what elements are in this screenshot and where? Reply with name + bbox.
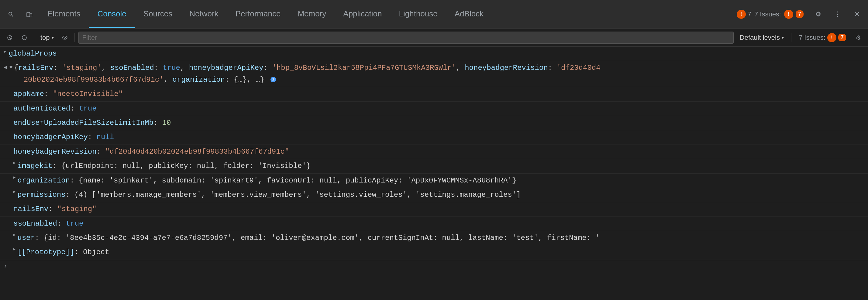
levels-label: Default levels [740,34,780,42]
console-input-line: › [0,260,868,272]
separator-1 [34,33,34,42]
permissions-val: (4) ['members.manage_members', 'members.… [74,191,521,199]
filter-input[interactable] [79,32,734,44]
railsenv-key: railsEnv [13,205,48,213]
console-issues-warn-icon: ! [827,33,836,42]
user-key: user [17,234,35,242]
tab-application[interactable]: Application [335,0,390,28]
issues-badge-num: 7 [796,10,804,18]
prototype-expand-icon[interactable] [13,246,16,252]
global-props-content: globalProps [8,48,864,60]
appname-val: "neetoInvisible" [53,90,123,98]
authenticated-content: authenticated: true [13,103,864,114]
appname-key: appName [13,90,44,98]
hbrev-line: honeybadgerRevision: "df20d40d420b02024e… [0,145,868,159]
railsenv-content: railsEnv: "staging" [13,203,864,215]
tab-lighthouse[interactable]: Lighthouse [391,0,446,28]
imagekit-expand-icon[interactable] [13,160,16,166]
hbkey-content: honeybadgerApiKey: null [13,131,864,143]
tab-list: Elements Console Sources Network Perform… [39,0,732,28]
prototype-line: [[Prototype]]: Object [0,245,868,260]
tab-elements[interactable]: Elements [39,0,89,28]
console-toolbar: top ▾ Default levels ▾ 7 Issues: ! 7 ⚙ [0,29,868,47]
ssoenabled-val: true [66,220,84,228]
imagekit-key: imagekit [17,162,52,170]
permissions-key: permissions [17,191,65,199]
global-props-arrow[interactable]: ▶ [4,48,6,55]
svg-point-9 [64,37,65,38]
ssoenabled-content: ssoEnabled: true [13,218,864,230]
hbrev-content: honeybadgerRevision: "df20d40d420b02024e… [13,146,864,158]
eye-icon-btn[interactable] [59,32,71,44]
more-btn[interactable]: ⋮ [829,6,846,23]
context-selector-btn[interactable]: top ▾ [38,32,56,43]
authenticated-key: authenticated [13,104,70,113]
issues-badge[interactable]: ! 7 7 Issues: ! 7 [733,8,807,20]
org-line: organization: {name: 'spinkart', subdoma… [0,174,868,188]
devtools-toolbar: Elements Console Sources Network Perform… [0,0,868,29]
console-content: ▶ globalProps ◀ ▼ {railsEnv: 'staging', … [0,47,868,300]
console-issues-count: 7 [838,34,846,41]
tab-adblock[interactable]: AdBlock [446,0,492,28]
hbrev-val: "df20d40d420b02024eb98f99833b4b667f67d91… [105,147,289,156]
svg-point-5 [22,36,26,40]
tab-memory[interactable]: Memory [289,0,335,28]
user-line: user: {id: '8ee4b35c-4e2c-4394-a7e7-e6a7… [0,231,868,245]
ssoenabled-key: ssoEnabled [13,220,57,228]
enduser-val: 10 [162,119,171,127]
svg-rect-0 [27,12,30,17]
user-expand-icon[interactable] [13,232,16,238]
enduser-key: endUserUploadedFileSizeLimitInMb [13,119,153,127]
toolbar-right: ! 7 7 Issues: ! 7 ⚙ ⋮ ✕ [733,6,866,23]
authenticated-val: true [79,104,97,113]
back-arrow-icon: ◀ [4,63,7,72]
org-val: {name: 'spinkart', subdomain: 'spinkart9… [79,176,516,185]
tab-sources[interactable]: Sources [135,0,181,28]
device-toolbar-btn[interactable] [21,6,38,23]
close-btn[interactable]: ✕ [848,6,866,23]
filter-toggle-btn[interactable] [18,32,30,44]
user-val: {id: '8ee4b35c-4e2c-4394-a7e7-e6a7d8259d… [44,234,600,242]
main-object-content: {railsEnv: 'staging', ssoEnabled: true, … [14,62,864,86]
separator-3 [791,33,792,42]
hbkey-key: honeybadgerApiKey [13,133,88,141]
tab-network[interactable]: Network [181,0,227,28]
default-levels-btn[interactable]: Default levels ▾ [736,32,787,43]
hbkey-val: null [97,133,114,141]
clear-console-btn[interactable] [4,32,16,44]
prototype-content: [[Prototype]]: Object [17,246,864,258]
issues-count: 7 [748,10,751,18]
imagekit-val: {urlEndpoint: null, publicKey: null, fol… [61,162,311,170]
issues-warn-icon: ! [737,10,746,19]
tab-performance[interactable]: Performance [227,0,289,28]
console-settings-btn[interactable]: ⚙ [852,32,864,44]
context-label: top [40,34,50,42]
settings-btn[interactable]: ⚙ [810,6,827,23]
authenticated-line: authenticated: true [0,102,868,116]
permissions-content: permissions: (4) ['members.manage_member… [17,189,864,201]
prompt-icon: › [4,263,7,270]
enduser-content: endUserUploadedFileSizeLimitInMb: 10 [13,117,864,129]
user-content: user: {id: '8ee4b35c-4e2c-4394-a7e7-e6a7… [17,232,864,244]
appname-line: appName: "neetoInvisible" [0,87,868,101]
permissions-line: permissions: (4) ['members.manage_member… [0,188,868,202]
global-props-line: ▶ globalProps [0,47,868,61]
inspect-icon-btn[interactable] [2,6,20,23]
enduser-line: endUserUploadedFileSizeLimitInMb: 10 [0,116,868,130]
permissions-expand-icon[interactable] [13,189,16,195]
org-expand-icon[interactable] [13,175,16,180]
info-icon[interactable]: i [271,77,276,82]
main-object-line: ◀ ▼ {railsEnv: 'staging', ssoEnabled: tr… [0,61,868,87]
railsenv-val: "staging" [57,205,97,213]
separator-2 [74,33,75,42]
tab-console[interactable]: Console [89,0,135,28]
expand-icon[interactable]: ▼ [9,63,13,72]
appname-content: appName: "neetoInvisible" [13,88,864,100]
global-props-label: globalProps [8,49,57,58]
ssoenabled-line: ssoEnabled: true [0,217,868,231]
imagekit-line: imagekit: {urlEndpoint: null, publicKey:… [0,159,868,173]
prototype-val: Object [83,248,109,256]
console-issues-badge[interactable]: 7 Issues: ! 7 [795,32,850,43]
chevron-down-icon: ▾ [52,35,54,40]
org-content: organization: {name: 'spinkart', subdoma… [17,175,864,187]
